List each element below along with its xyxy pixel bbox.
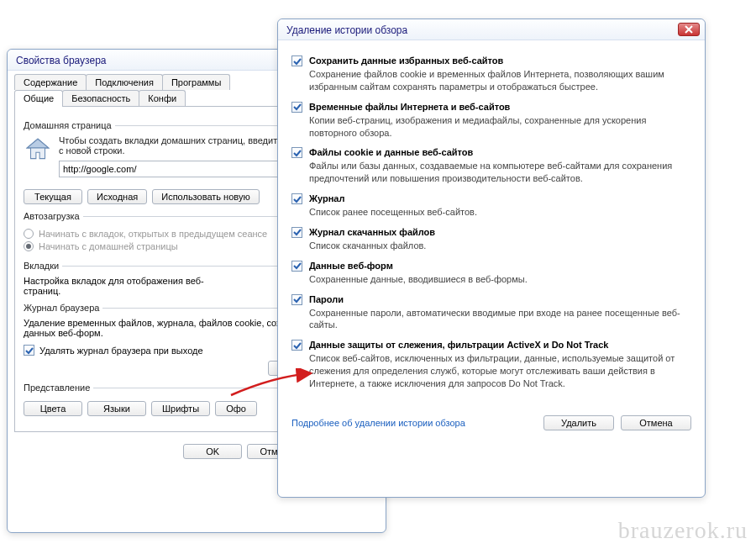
group-homepage-legend: Домашняя страница: [24, 120, 115, 130]
dialog-footer: Подробнее об удалении истории обзора Уда…: [278, 409, 705, 442]
delete-item-title: Временные файлы Интернета и веб-сайтов: [309, 102, 510, 112]
tab-connections[interactable]: Подключения: [86, 74, 163, 90]
delete-item-checkbox[interactable]: [291, 102, 302, 113]
delete-on-exit-checkbox[interactable]: [24, 345, 34, 356]
tab-programs[interactable]: Программы: [162, 74, 230, 90]
tab-privacy[interactable]: Конфи: [139, 90, 186, 106]
delete-item-checkbox[interactable]: [291, 227, 302, 238]
close-button[interactable]: [678, 23, 700, 36]
delete-item-desc: Сохраненные данные, вводившиеся в веб-фо…: [309, 273, 691, 286]
group-appearance-legend: Представление: [24, 383, 93, 393]
delete-item: ЖурналСписок ранее посещенных веб-сайтов…: [291, 193, 691, 219]
fonts-button[interactable]: Шрифты: [151, 401, 210, 416]
home-icon: [24, 135, 52, 164]
homepage-default-button[interactable]: Исходная: [87, 189, 147, 204]
dialog-title-bar: Удаление истории обзора: [278, 19, 705, 40]
window-title: Свойства браузера: [16, 55, 107, 66]
dialog-title: Удаление истории обзора: [286, 24, 407, 36]
delete-item: Данные веб-формСохраненные данные, вводи…: [291, 261, 691, 286]
delete-item: Сохранить данные избранных веб-сайтовСох…: [291, 55, 691, 93]
delete-item-checkbox[interactable]: [291, 147, 302, 158]
delete-item-desc: Список веб-сайтов, исключенных из фильтр…: [309, 352, 691, 390]
ok-button[interactable]: OK: [183, 444, 242, 459]
close-icon: [685, 25, 693, 34]
delete-item: ПаролиСохраненные пароли, автоматически …: [291, 294, 691, 332]
colors-button[interactable]: Цвета: [24, 401, 82, 416]
delete-item-desc: Сохраненные пароли, автоматически вводим…: [309, 307, 691, 332]
tab-general[interactable]: Общие: [14, 90, 63, 107]
accessibility-button[interactable]: Офо: [215, 401, 257, 416]
delete-history-list: Сохранить данные избранных веб-сайтовСох…: [278, 40, 705, 409]
delete-item-checkbox[interactable]: [291, 294, 302, 305]
learn-more-link[interactable]: Подробнее об удалении истории обзора: [291, 418, 465, 428]
dialog-cancel-button[interactable]: Отмена: [621, 415, 691, 430]
delete-item-desc: Копии веб-страниц, изображения и медиафа…: [309, 114, 691, 140]
group-tabs-legend: Вкладки: [24, 261, 62, 271]
tabs-desc: Настройка вкладок для отображения веб-ст…: [24, 276, 225, 296]
delete-item-title: Сохранить данные избранных веб-сайтов: [309, 55, 503, 66]
radio-icon: [24, 241, 34, 251]
radio-icon: [24, 229, 34, 239]
homepage-url-input[interactable]: [59, 161, 294, 177]
delete-item-title: Файлы cookie и данные веб-сайтов: [309, 147, 473, 157]
group-startup-legend: Автозагрузка: [24, 211, 83, 221]
homepage-current-button[interactable]: Текущая: [24, 189, 82, 204]
delete-item-desc: Файлы или базы данных, создаваемые на ко…: [309, 160, 691, 185]
dialog-delete-button[interactable]: Удалить: [543, 415, 614, 430]
delete-item: Журнал скачанных файловСписок скачанных …: [291, 227, 691, 252]
svg-marker-1: [27, 139, 49, 148]
delete-item-title: Журнал скачанных файлов: [309, 227, 435, 237]
delete-item-checkbox[interactable]: [291, 193, 302, 204]
languages-button[interactable]: Языки: [87, 401, 146, 416]
homepage-newtab-button[interactable]: Использовать новую: [152, 189, 259, 204]
delete-on-exit-label: Удалять журнал браузера при выходе: [39, 346, 203, 356]
delete-item: Временные файлы Интернета и веб-сайтовКо…: [291, 102, 691, 140]
delete-item: Данные защиты от слежения, фильтрации Ac…: [291, 340, 691, 390]
delete-item-title: Данные защиты от слежения, фильтрации Ac…: [309, 340, 608, 350]
delete-item-checkbox[interactable]: [291, 55, 302, 66]
delete-item-desc: Сохранение файлов cookie и временных фай…: [309, 68, 691, 93]
delete-item-desc: Список ранее посещенных веб-сайтов.: [309, 206, 691, 219]
tab-security[interactable]: Безопасность: [62, 90, 139, 106]
delete-item-title: Журнал: [309, 193, 344, 203]
delete-item-title: Пароли: [309, 294, 344, 304]
tab-content[interactable]: Содержание: [14, 74, 87, 90]
delete-item-checkbox[interactable]: [291, 261, 302, 272]
delete-item-title: Данные веб-форм: [309, 261, 393, 271]
delete-item-checkbox[interactable]: [291, 340, 302, 351]
delete-history-dialog: Удаление истории обзора Сохранить данные…: [277, 18, 706, 498]
watermark: brauzerok.ru: [618, 517, 748, 544]
delete-item: Файлы cookie и данные веб-сайтовФайлы ил…: [291, 147, 691, 185]
group-history-legend: Журнал браузера: [24, 303, 102, 313]
delete-item-desc: Список скачанных файлов.: [309, 240, 691, 252]
